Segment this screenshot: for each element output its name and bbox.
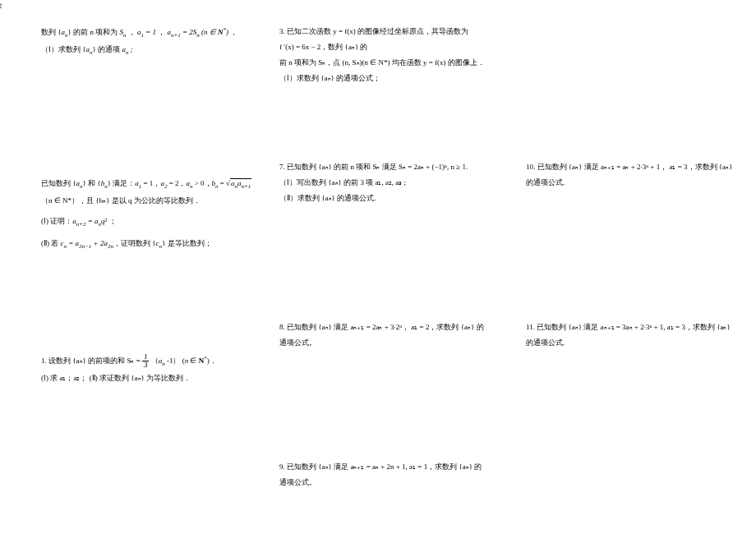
text: ， bbox=[128, 28, 136, 36]
line: （Ⅰ）求数列 {an} 的通项 an ; bbox=[41, 43, 271, 58]
text: 的前 n 项和为 bbox=[73, 28, 119, 36]
right-column-p10: 10. 已知数列 {aₙ} 满足 aₙ₊₁ = aₙ + 2·3ⁿ + 1， a… bbox=[526, 160, 748, 200]
line: 3. 已知二次函数 y = f(x) 的图像经过坐标原点，其导函数为 bbox=[279, 25, 518, 39]
line: （Ⅱ）求数列 {aₙ} 的通项公式. bbox=[279, 191, 518, 205]
page-number: 2 bbox=[0, 2, 2, 10]
problem-1: 1. 设数列 {aₙ} 的前项的和 Sₙ = 1 3 （an -1） (n ∈ … bbox=[41, 353, 271, 385]
problem-7: 7. 已知数列 {aₙ} 的前 n 项和 Sₙ 满足 Sₙ = 2aₙ + (−… bbox=[279, 160, 518, 205]
problem-11: 11. 已知数列 {aₙ} 满足 aₙ₊₁ = 3aₙ + 2·3ⁿ + 1, … bbox=[526, 320, 748, 350]
text: （Ⅰ）求数列 bbox=[41, 45, 82, 53]
rec: an+1 = 2Sn (n ∈ N*) bbox=[167, 28, 228, 36]
line: 的通项公式. bbox=[526, 176, 748, 190]
left-column-mid: 已知数列 {an} 和 {bn} 满足：a1 = 1，a2 = 2，an > 0… bbox=[41, 177, 271, 262]
denominator: 3 bbox=[142, 361, 150, 369]
line: f ′(x) = 6x − 2，数列 {aₙ} 的 bbox=[279, 40, 518, 54]
text: (Ⅰ) 求 a₁；a₂； (Ⅱ) 求证数列 {aₙ} 为等比数列． bbox=[41, 374, 191, 382]
middle-column-p9: 9. 已知数列 {aₙ} 满足 aₙ₊₁ = aₙ + 2n + 1, a₁ =… bbox=[279, 460, 518, 499]
problem-top-left: 数列 {an} 的前 n 项和为 Sn ， a1 = 1 ， an+1 = 2S… bbox=[41, 25, 271, 58]
line: 10. 已知数列 {aₙ} 满足 aₙ₊₁ = aₙ + 2·3ⁿ + 1， a… bbox=[526, 160, 748, 174]
problem-8: 8. 已知数列 {aₙ} 满足 aₙ₊₁ = 2aₙ + 3·2ⁿ， a₁ = … bbox=[279, 320, 518, 350]
line: 8. 已知数列 {aₙ} 满足 aₙ₊₁ = 2aₙ + 3·2ⁿ， a₁ = … bbox=[279, 320, 518, 334]
problem-10: 10. 已知数列 {aₙ} 满足 aₙ₊₁ = aₙ + 2·3ⁿ + 1， a… bbox=[526, 160, 748, 190]
an: an ; bbox=[122, 45, 132, 53]
line: （Ⅰ）写出数列 {aₙ} 的前 3 项 a₁, a₂, a₃ ; bbox=[279, 176, 518, 190]
problem-3: 3. 已知二次函数 y = f(x) 的图像经过坐标原点，其导函数为 f ′(x… bbox=[279, 25, 518, 85]
text: （an -1） (n ∈ N*)． bbox=[151, 357, 217, 365]
line: 的通项公式. bbox=[526, 336, 748, 350]
seq-an: {an} bbox=[58, 28, 71, 36]
middle-column-p7: 7. 已知数列 {aₙ} 的前 n 项和 Sₙ 满足 Sₙ = 2aₙ + (−… bbox=[279, 160, 518, 215]
text: 已知数列 {an} 和 {bn} 满足：a1 = 1，a2 = 2，an > 0… bbox=[41, 179, 226, 187]
text: （n ∈ N*），且 {bₙ} 是以 q 为公比的等比数列． bbox=[41, 196, 201, 205]
fraction-one-third: 1 3 bbox=[142, 353, 150, 369]
line: 7. 已知数列 {aₙ} 的前 n 项和 Sₙ 满足 Sₙ = 2aₙ + (−… bbox=[279, 160, 518, 174]
right-column-p11: 11. 已知数列 {aₙ} 满足 aₙ₊₁ = 3aₙ + 2·3ⁿ + 1, … bbox=[526, 320, 748, 360]
middle-column: 3. 已知二次函数 y = f(x) 的图像经过坐标原点，其导函数为 f ′(x… bbox=[279, 25, 518, 95]
text: 的通项 bbox=[98, 45, 122, 53]
text: ， bbox=[230, 28, 237, 36]
line: 通项公式。 bbox=[279, 336, 518, 350]
sqrt-expr: anan+1 bbox=[226, 177, 251, 192]
line: 已知数列 {an} 和 {bn} 满足：a1 = 1，a2 = 2，an > 0… bbox=[41, 177, 271, 192]
line: 数列 {an} 的前 n 项和为 Sn ， a1 = 1 ， an+1 = 2S… bbox=[41, 25, 271, 41]
left-column-bot: 1. 设数列 {aₙ} 的前项的和 Sₙ = 1 3 （an -1） (n ∈ … bbox=[41, 353, 271, 395]
text: 数列 bbox=[41, 28, 58, 36]
text: (Ⅰ) 证明：an+2 = anq² ； bbox=[41, 217, 117, 225]
line: (Ⅱ) 若 cn = a2n−1 + 2a2n，证明数列 {cn} 是等比数列； bbox=[41, 237, 271, 252]
line: (Ⅰ) 求 a₁；a₂； (Ⅱ) 求证数列 {aₙ} 为等比数列． bbox=[41, 371, 271, 385]
problem-bn: 已知数列 {an} 和 {bn} 满足：a1 = 1，a2 = 2，an > 0… bbox=[41, 177, 271, 252]
line: 1. 设数列 {aₙ} 的前项的和 Sₙ = 1 3 （an -1） (n ∈ … bbox=[41, 353, 271, 370]
line: （n ∈ N*），且 {bₙ} 是以 q 为公比的等比数列． bbox=[41, 194, 271, 208]
left-column: 数列 {an} 的前 n 项和为 Sn ， a1 = 1 ， an+1 = 2S… bbox=[41, 25, 271, 68]
line: 9. 已知数列 {aₙ} 满足 aₙ₊₁ = aₙ + 2n + 1, a₁ =… bbox=[279, 460, 518, 474]
text: (Ⅱ) 若 cn = a2n−1 + 2a2n，证明数列 {cn} 是等比数列； bbox=[41, 239, 212, 247]
Sn: Sn bbox=[119, 28, 126, 36]
text: 1. 设数列 {aₙ} 的前项的和 Sₙ = bbox=[41, 357, 142, 365]
line: 通项公式。 bbox=[279, 476, 518, 490]
seq-an: {an} bbox=[82, 45, 96, 53]
problem-9: 9. 已知数列 {aₙ} 满足 aₙ₊₁ = aₙ + 2n + 1, a₁ =… bbox=[279, 460, 518, 490]
line: （Ⅰ）求数列 {aₙ} 的通项公式； bbox=[279, 71, 518, 85]
line: (Ⅰ) 证明：an+2 = anq² ； bbox=[41, 214, 271, 230]
text: ， bbox=[158, 28, 165, 36]
line: 11. 已知数列 {aₙ} 满足 aₙ₊₁ = 3aₙ + 2·3ⁿ + 1, … bbox=[526, 320, 748, 334]
line: 前 n 项和为 Sₙ，点 (n, Sₙ)(n ∈ N*) 均在函数 y = f(… bbox=[279, 56, 518, 70]
a1: a1 = 1 bbox=[137, 28, 156, 36]
middle-column-p8: 8. 已知数列 {aₙ} 满足 aₙ₊₁ = 2aₙ + 3·2ⁿ， a₁ = … bbox=[279, 320, 518, 360]
